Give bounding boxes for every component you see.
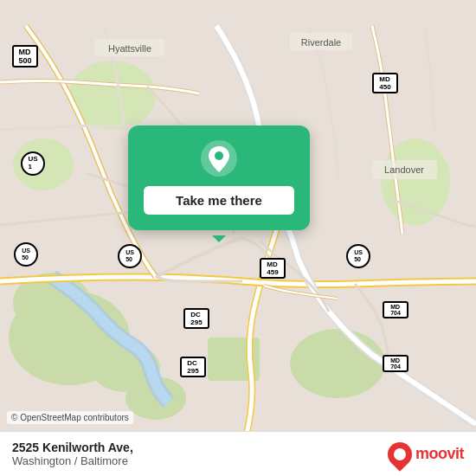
bottom-bar: 2525 Kenilworth Ave, Washington / Baltim… xyxy=(0,431,476,476)
svg-point-6 xyxy=(290,329,385,398)
city-line: Washington / Baltimore xyxy=(12,454,133,467)
road-badge-md459: MD459 xyxy=(260,258,286,279)
road-badge-md704b: MD704 xyxy=(383,355,408,372)
map-background: Landover Hyattsville Riverdale xyxy=(0,0,476,476)
road-badge-md450: MD450 xyxy=(372,73,398,93)
osm-attribution: © OpenStreetMap contributors xyxy=(7,411,133,424)
road-badge-md500: MD500 xyxy=(12,45,38,68)
svg-point-17 xyxy=(215,151,223,160)
svg-text:Landover: Landover xyxy=(384,164,424,175)
moovit-logo: moovit xyxy=(388,442,464,466)
popup-card: Take me there xyxy=(128,125,310,230)
moovit-icon xyxy=(383,437,417,472)
road-badge-us50a: US50 xyxy=(14,242,38,267)
road-badge-us50c: US50 xyxy=(346,244,370,268)
road-badge-us50b: US50 xyxy=(118,244,142,268)
map-container: Landover Hyattsville Riverdale MD500 US1… xyxy=(0,0,476,476)
road-badge-us1: US1 xyxy=(21,151,45,176)
location-pin-icon xyxy=(200,139,238,177)
bottom-left-info: 2525 Kenilworth Ave, Washington / Baltim… xyxy=(12,441,133,467)
address-line: 2525 Kenilworth Ave, xyxy=(12,441,133,454)
svg-text:Hyattsville: Hyattsville xyxy=(108,43,151,54)
take-me-there-button[interactable]: Take me there xyxy=(144,186,294,215)
road-badge-md704a: MD704 xyxy=(383,301,408,318)
road-badge-dc295b: DC295 xyxy=(180,357,206,377)
moovit-text: moovit xyxy=(415,445,464,463)
moovit-icon-inner xyxy=(391,446,408,463)
svg-text:Riverdale: Riverdale xyxy=(301,37,341,48)
road-badge-dc295a: DC295 xyxy=(183,308,209,329)
